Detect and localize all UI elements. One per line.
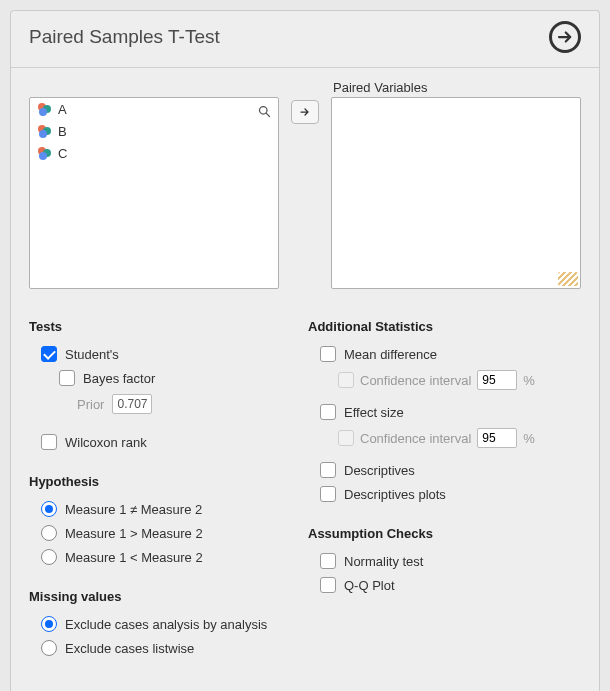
hypothesis-ne-label: Measure 1 ≠ Measure 2 xyxy=(65,502,202,517)
svg-point-0 xyxy=(260,107,268,115)
hypothesis-gt-row[interactable]: Measure 1 > Measure 2 xyxy=(29,521,302,545)
svg-point-9 xyxy=(39,152,47,160)
nominal-icon xyxy=(36,123,52,139)
variable-label: B xyxy=(58,124,67,139)
descriptives-plots-row[interactable]: Descriptives plots xyxy=(308,482,581,506)
resize-handle[interactable] xyxy=(558,272,578,286)
variable-selection-row: A B C xyxy=(29,80,581,289)
move-right-button[interactable] xyxy=(291,100,319,124)
search-icon[interactable] xyxy=(257,104,272,122)
analysis-panel: Paired Samples T-Test A xyxy=(10,10,600,691)
bayes-checkbox-row[interactable]: Bayes factor xyxy=(29,366,302,390)
effect-size-ci-input[interactable] xyxy=(477,428,517,448)
nominal-icon xyxy=(36,145,52,161)
arrow-right-small-icon xyxy=(299,106,311,118)
mean-diff-ci-checkbox[interactable] xyxy=(338,372,354,388)
move-button-column xyxy=(291,80,319,124)
mean-diff-checkbox[interactable] xyxy=(320,346,336,362)
students-checkbox-row[interactable]: Student's xyxy=(29,342,302,366)
missing-listwise-row[interactable]: Exclude cases listwise xyxy=(29,636,302,660)
effect-size-row[interactable]: Effect size xyxy=(308,400,581,424)
qq-plot-label: Q-Q Plot xyxy=(344,578,395,593)
variable-item[interactable]: A xyxy=(30,98,278,120)
nominal-icon xyxy=(36,101,52,117)
percent-label: % xyxy=(523,431,535,446)
mean-diff-ci-label: Confidence interval xyxy=(360,373,471,388)
descriptives-checkbox[interactable] xyxy=(320,462,336,478)
students-label: Student's xyxy=(65,347,119,362)
hypothesis-ne-row[interactable]: Measure 1 ≠ Measure 2 xyxy=(29,497,302,521)
descriptives-label: Descriptives xyxy=(344,463,415,478)
paired-variables-wrap: Paired Variables xyxy=(331,80,581,289)
missing-listwise-radio[interactable] xyxy=(41,640,57,656)
hypothesis-lt-label: Measure 1 < Measure 2 xyxy=(65,550,203,565)
panel-header: Paired Samples T-Test xyxy=(11,11,599,68)
variable-label: A xyxy=(58,102,67,117)
descriptives-row[interactable]: Descriptives xyxy=(308,458,581,482)
svg-point-3 xyxy=(39,108,47,116)
normality-row[interactable]: Normality test xyxy=(308,549,581,573)
missing-analysis-label: Exclude cases analysis by analysis xyxy=(65,617,267,632)
bayes-checkbox[interactable] xyxy=(59,370,75,386)
qq-plot-row[interactable]: Q-Q Plot xyxy=(308,573,581,597)
percent-label: % xyxy=(523,373,535,388)
mean-diff-row[interactable]: Mean difference xyxy=(308,342,581,366)
options-columns: Tests Student's Bayes factor Prior Wilco… xyxy=(29,301,581,660)
mean-diff-label: Mean difference xyxy=(344,347,437,362)
effect-size-ci-label: Confidence interval xyxy=(360,431,471,446)
wilcoxon-checkbox[interactable] xyxy=(41,434,57,450)
effect-size-ci-row: Confidence interval % xyxy=(308,424,581,452)
missing-listwise-label: Exclude cases listwise xyxy=(65,641,194,656)
hypothesis-gt-radio[interactable] xyxy=(41,525,57,541)
prior-input[interactable] xyxy=(112,394,152,414)
missing-analysis-radio[interactable] xyxy=(41,616,57,632)
mean-diff-ci-row: Confidence interval % xyxy=(308,366,581,394)
run-arrow-button[interactable] xyxy=(549,21,581,53)
prior-label: Prior xyxy=(77,397,104,412)
hypothesis-gt-label: Measure 1 > Measure 2 xyxy=(65,526,203,541)
qq-plot-checkbox[interactable] xyxy=(320,577,336,593)
panel-body: A B C xyxy=(11,68,599,660)
students-checkbox[interactable] xyxy=(41,346,57,362)
effect-size-label: Effect size xyxy=(344,405,404,420)
descriptives-plots-checkbox[interactable] xyxy=(320,486,336,502)
left-options-column: Tests Student's Bayes factor Prior Wilco… xyxy=(29,301,302,660)
missing-section-title: Missing values xyxy=(29,589,302,604)
descriptives-plots-label: Descriptives plots xyxy=(344,487,446,502)
source-variables-list[interactable]: A B C xyxy=(29,97,279,289)
arrow-right-icon xyxy=(556,28,574,46)
tests-section-title: Tests xyxy=(29,319,302,334)
mean-diff-ci-input[interactable] xyxy=(477,370,517,390)
hypothesis-section-title: Hypothesis xyxy=(29,474,302,489)
right-options-column: Additional Statistics Mean difference Co… xyxy=(308,301,581,660)
paired-variables-list[interactable] xyxy=(331,97,581,289)
paired-variables-label: Paired Variables xyxy=(333,80,581,95)
missing-analysis-row[interactable]: Exclude cases analysis by analysis xyxy=(29,612,302,636)
hypothesis-lt-radio[interactable] xyxy=(41,549,57,565)
effect-size-checkbox[interactable] xyxy=(320,404,336,420)
variable-item[interactable]: C xyxy=(30,142,278,164)
source-variables-wrap: A B C xyxy=(29,80,279,289)
variable-label: C xyxy=(58,146,67,161)
hypothesis-ne-radio[interactable] xyxy=(41,501,57,517)
bayes-label: Bayes factor xyxy=(83,371,155,386)
hypothesis-lt-row[interactable]: Measure 1 < Measure 2 xyxy=(29,545,302,569)
normality-label: Normality test xyxy=(344,554,423,569)
effect-size-ci-checkbox[interactable] xyxy=(338,430,354,446)
wilcoxon-label: Wilcoxon rank xyxy=(65,435,147,450)
panel-title: Paired Samples T-Test xyxy=(29,26,220,48)
normality-checkbox[interactable] xyxy=(320,553,336,569)
variable-item[interactable]: B xyxy=(30,120,278,142)
svg-point-6 xyxy=(39,130,47,138)
wilcoxon-checkbox-row[interactable]: Wilcoxon rank xyxy=(29,430,302,454)
assumption-checks-title: Assumption Checks xyxy=(308,526,581,541)
additional-stats-title: Additional Statistics xyxy=(308,319,581,334)
bayes-prior-row: Prior xyxy=(29,390,302,418)
